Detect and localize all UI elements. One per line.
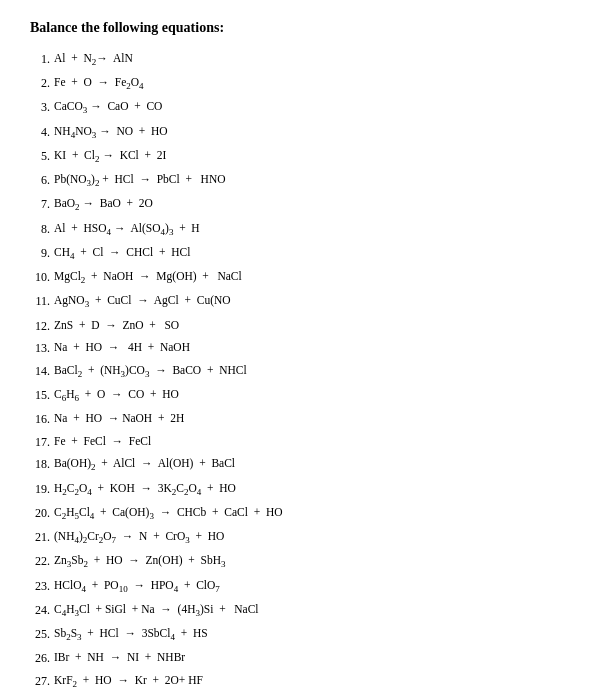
eq-number: 3.: [30, 96, 52, 120]
table-row: 10. MgCl2 + NaOH → Mg(OH) + NaCl: [30, 266, 583, 290]
eq-number: 4.: [30, 121, 52, 145]
eq-content: Na2CO3 + C + 2N→ NaCN + CO: [52, 694, 583, 700]
table-row: 16. Na + HO → NaOH + 2H: [30, 408, 583, 431]
eq-number: 9.: [30, 242, 52, 266]
table-row: 22. Zn3Sb2 + HO → Zn(OH) + SbH3: [30, 550, 583, 574]
eq-content: BaCl2 + (NH3)CO3 → BaCO + NHCl: [52, 360, 583, 384]
eq-content: Ba(OH)2 + AlCl → Al(OH) + BaCl: [52, 453, 583, 477]
eq-number: 14.: [30, 360, 52, 384]
eq-content: Al + N2→ AlN: [52, 48, 583, 72]
eq-content: Sb2S3 + HCl → 3SbCl4 + HS: [52, 623, 583, 647]
table-row: 2. Fe + O → Fe2O4: [30, 72, 583, 96]
eq-content: HClO4 + PO10 → HPO4 + ClO7: [52, 575, 583, 599]
eq-number: 17.: [30, 431, 52, 454]
table-row: 9. CH4 + Cl → CHCl + HCl: [30, 242, 583, 266]
eq-content: C4H3Cl + SiGl + Na → (4H3)Si + NaCl: [52, 599, 583, 623]
eq-number: 15.: [30, 384, 52, 408]
table-row: 6. Pb(NO3)2 + HCl → PbCl + HNO: [30, 169, 583, 193]
table-row: 1. Al + N2→ AlN: [30, 48, 583, 72]
eq-number: 13.: [30, 337, 52, 360]
eq-number: 7.: [30, 193, 52, 217]
page-title: Balance the following equations:: [30, 20, 583, 36]
eq-content: Fe + FeCl → FeCl: [52, 431, 583, 454]
table-row: 13. Na + HO → 4H + NaOH: [30, 337, 583, 360]
eq-number: 18.: [30, 453, 52, 477]
table-row: 19. H2C2O4 + KOH → 3K2C2O4 + HO: [30, 478, 583, 502]
eq-content: Na + HO → NaOH + 2H: [52, 408, 583, 431]
eq-content: ZnS + D → ZnO + SO: [52, 315, 583, 338]
eq-number: 6.: [30, 169, 52, 193]
eq-content: BaO2 → BaO + 2O: [52, 193, 583, 217]
eq-number: 21.: [30, 526, 52, 550]
eq-content: CaCO3 → CaO + CO: [52, 96, 583, 120]
eq-number: 8.: [30, 218, 52, 242]
table-row: 5. KI + Cl2 → KCl + 2I: [30, 145, 583, 169]
eq-content: KI + Cl2 → KCl + 2I: [52, 145, 583, 169]
eq-content: AgNO3 + CuCl → AgCl + Cu(NO: [52, 290, 583, 314]
table-row: 18. Ba(OH)2 + AlCl → Al(OH) + BaCl: [30, 453, 583, 477]
table-row: 3. CaCO3 → CaO + CO: [30, 96, 583, 120]
eq-number: 22.: [30, 550, 52, 574]
eq-content: Al + HSO4 → Al(SO4)3 + H: [52, 218, 583, 242]
eq-number: 16.: [30, 408, 52, 431]
eq-content: Fe + O → Fe2O4: [52, 72, 583, 96]
table-row: 11. AgNO3 + CuCl → AgCl + Cu(NO: [30, 290, 583, 314]
table-row: 8. Al + HSO4 → Al(SO4)3 + H: [30, 218, 583, 242]
eq-number: 2.: [30, 72, 52, 96]
eq-number: 1.: [30, 48, 52, 72]
table-row: 14. BaCl2 + (NH3)CO3 → BaCO + NHCl: [30, 360, 583, 384]
page-container: Balance the following equations: 1. Al +…: [0, 0, 613, 700]
eq-number: 10.: [30, 266, 52, 290]
table-row: 28. Na2CO3 + C + 2N→ NaCN + CO: [30, 694, 583, 700]
table-row: 26. IBr + NH → NI + NHBr: [30, 647, 583, 670]
eq-content: CH4 + Cl → CHCl + HCl: [52, 242, 583, 266]
eq-content: Zn3Sb2 + HO → Zn(OH) + SbH3: [52, 550, 583, 574]
eq-content: MgCl2 + NaOH → Mg(OH) + NaCl: [52, 266, 583, 290]
table-row: 15. C6H6 + O → CO + HO: [30, 384, 583, 408]
eq-content: C2H5Cl4 + Ca(OH)3 → CHCb + CaCl + HO: [52, 502, 583, 526]
eq-content: NH4NO3 → NO + HO: [52, 121, 583, 145]
eq-number: 5.: [30, 145, 52, 169]
eq-number: 24.: [30, 599, 52, 623]
eq-number: 28.: [30, 694, 52, 700]
table-row: 21. (NH4)2Cr2O7 → N + CrO3 + HO: [30, 526, 583, 550]
equations-table: 1. Al + N2→ AlN 2. Fe + O → Fe2O4 3. CaC…: [30, 48, 583, 700]
eq-content: Na + HO → 4H + NaOH: [52, 337, 583, 360]
eq-content: IBr + NH → NI + NHBr: [52, 647, 583, 670]
table-row: 17. Fe + FeCl → FeCl: [30, 431, 583, 454]
table-row: 20. C2H5Cl4 + Ca(OH)3 → CHCb + CaCl + HO: [30, 502, 583, 526]
eq-number: 27.: [30, 670, 52, 694]
table-row: 23. HClO4 + PO10 → HPO4 + ClO7: [30, 575, 583, 599]
table-row: 25. Sb2S3 + HCl → 3SbCl4 + HS: [30, 623, 583, 647]
eq-content: H2C2O4 + KOH → 3K2C2O4 + HO: [52, 478, 583, 502]
eq-number: 20.: [30, 502, 52, 526]
eq-number: 26.: [30, 647, 52, 670]
eq-content: Pb(NO3)2 + HCl → PbCl + HNO: [52, 169, 583, 193]
table-row: 12. ZnS + D → ZnO + SO: [30, 315, 583, 338]
table-row: 4. NH4NO3 → NO + HO: [30, 121, 583, 145]
eq-content: C6H6 + O → CO + HO: [52, 384, 583, 408]
eq-number: 11.: [30, 290, 52, 314]
eq-number: 12.: [30, 315, 52, 338]
table-row: 27. KrF2 + HO → Kr + 2O+ HF: [30, 670, 583, 694]
eq-number: 19.: [30, 478, 52, 502]
eq-number: 25.: [30, 623, 52, 647]
table-row: 24. C4H3Cl + SiGl + Na → (4H3)Si + NaCl: [30, 599, 583, 623]
eq-content: (NH4)2Cr2O7 → N + CrO3 + HO: [52, 526, 583, 550]
eq-number: 23.: [30, 575, 52, 599]
eq-content: KrF2 + HO → Kr + 2O+ HF: [52, 670, 583, 694]
table-row: 7. BaO2 → BaO + 2O: [30, 193, 583, 217]
